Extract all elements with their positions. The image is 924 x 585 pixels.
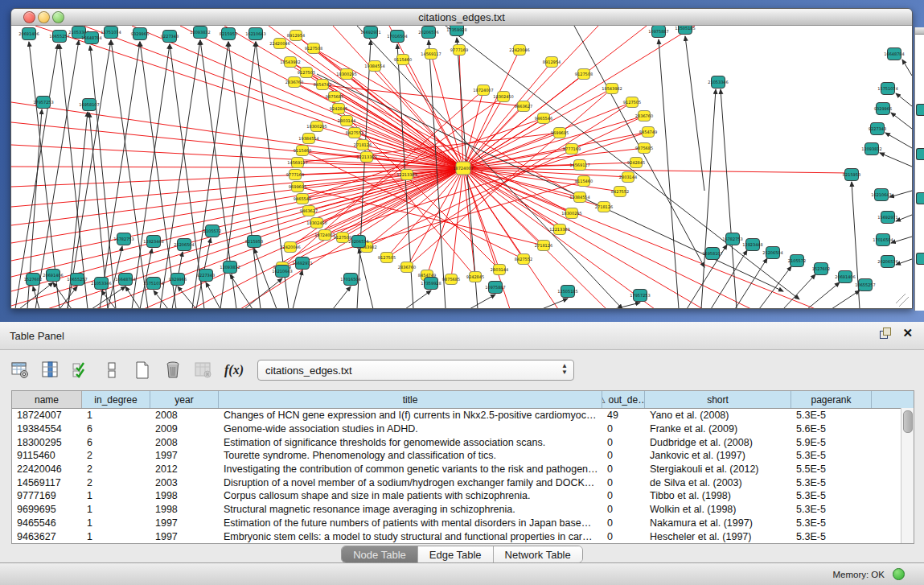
table-cell[interactable]: 5.9E-5 bbox=[791, 437, 872, 448]
table-cell[interactable]: 5.3E-5 bbox=[791, 410, 872, 421]
table-cell[interactable]: Estimation of significance thresholds fo… bbox=[219, 437, 602, 448]
network-canvas[interactable]: 2242004689129549127508185439829127505283… bbox=[11, 26, 912, 308]
table-cell[interactable]: Structural magnetic resonance image aver… bbox=[219, 504, 602, 515]
table-cell[interactable]: 5.3E-5 bbox=[791, 450, 872, 461]
table-cell[interactable]: Disruption of a novel member of a sodium… bbox=[219, 477, 602, 488]
table-cell[interactable]: 2003 bbox=[150, 477, 219, 488]
table-cell[interactable]: Investigating the contribution of common… bbox=[219, 463, 602, 475]
zoom-window-button[interactable] bbox=[52, 11, 64, 23]
table-body[interactable]: 1872400712008Changes of HCN gene express… bbox=[12, 409, 914, 543]
network-window-titlebar[interactable]: citations_edges.txt bbox=[11, 9, 912, 26]
table-cell[interactable]: 22420046 bbox=[12, 463, 82, 475]
table-cell[interactable]: Yano et al. (2008) bbox=[645, 410, 791, 421]
table-cell[interactable]: 2008 bbox=[150, 437, 219, 448]
table-cell[interactable]: Jankovic et al. (1997) bbox=[645, 450, 791, 461]
table-cell[interactable]: 1 bbox=[82, 504, 150, 515]
table-cell[interactable]: 49 bbox=[602, 410, 645, 421]
table-row[interactable]: 1872400712008Changes of HCN gene express… bbox=[12, 409, 914, 422]
table-cell[interactable]: Wolkin et al. (1998) bbox=[645, 504, 791, 515]
float-panel-icon[interactable] bbox=[880, 328, 891, 339]
table-row[interactable]: 1938455462009Genome-wide association stu… bbox=[12, 422, 914, 436]
table-cell[interactable]: 1 bbox=[82, 490, 150, 501]
table-row[interactable]: 1830029562008Estimation of significance … bbox=[12, 435, 914, 449]
table-cell[interactable]: 0 bbox=[602, 517, 645, 529]
table-cell[interactable]: 9777169 bbox=[12, 490, 82, 501]
table-cell[interactable]: 14569117 bbox=[12, 477, 82, 488]
table-cell[interactable]: 19384554 bbox=[12, 423, 82, 435]
table-cell[interactable]: 9463627 bbox=[12, 531, 82, 542]
table-cell[interactable]: de Silva et al. (2003) bbox=[645, 477, 791, 488]
table-cell[interactable]: 5.3E-5 bbox=[791, 531, 872, 542]
table-cell[interactable]: Tibbo et al. (1998) bbox=[645, 490, 791, 501]
close-window-button[interactable] bbox=[23, 11, 35, 23]
table-cell[interactable]: Estimation of the future numbers of pati… bbox=[219, 517, 602, 529]
table-cell[interactable]: 0 bbox=[602, 450, 645, 461]
table-cell[interactable]: 5.3E-5 bbox=[791, 477, 872, 488]
citation-network-graph[interactable]: 2242004689129549127508185439829127505283… bbox=[11, 26, 912, 309]
table-cell[interactable]: 5.6E-5 bbox=[791, 423, 872, 435]
table-cell[interactable]: 5.3E-5 bbox=[791, 517, 872, 529]
table-cell[interactable]: 6 bbox=[82, 423, 150, 435]
table-cell[interactable]: 0 bbox=[602, 504, 645, 515]
table-cell[interactable]: 5.5E-5 bbox=[791, 463, 872, 475]
table-cell[interactable]: 0 bbox=[602, 477, 645, 488]
table-cell[interactable]: 0 bbox=[602, 531, 645, 542]
function-builder-icon[interactable]: f(x) bbox=[224, 360, 244, 381]
table-cell[interactable]: Stergiakouli et al. (2012) bbox=[645, 463, 791, 475]
tab-network-table[interactable]: Network Table bbox=[494, 546, 582, 562]
table-cell[interactable]: 1 bbox=[82, 517, 150, 529]
table-cell[interactable]: Genome-wide association studies in ADHD. bbox=[219, 423, 602, 435]
column-header-out_de[interactable]: △out_de… bbox=[602, 391, 645, 408]
table-cell[interactable]: 0 bbox=[602, 437, 645, 448]
table-cell[interactable]: 1998 bbox=[150, 490, 219, 501]
table-cell[interactable]: 18724007 bbox=[12, 410, 82, 421]
new-table-icon[interactable] bbox=[132, 360, 153, 381]
column-header-name[interactable]: name bbox=[12, 391, 82, 408]
column-select-icon[interactable] bbox=[40, 360, 61, 381]
table-cell[interactable]: 2 bbox=[82, 463, 150, 475]
table-cell[interactable]: 5.3E-5 bbox=[791, 504, 872, 515]
delete-rows-icon[interactable] bbox=[162, 360, 183, 381]
table-cell[interactable]: 1 bbox=[82, 531, 150, 542]
column-header-title[interactable]: title bbox=[219, 391, 602, 408]
select-rows-icon[interactable] bbox=[71, 360, 92, 381]
table-cell[interactable]: 1998 bbox=[150, 504, 219, 515]
clear-selection-icon[interactable] bbox=[101, 360, 122, 381]
table-cell[interactable]: 2 bbox=[82, 477, 150, 488]
table-cell[interactable]: 9115460 bbox=[12, 450, 82, 461]
table-cell[interactable]: 9699695 bbox=[12, 504, 82, 515]
column-header-year[interactable]: year bbox=[150, 391, 219, 408]
table-cell[interactable]: 2008 bbox=[150, 410, 219, 421]
table-scrollbar-thumb[interactable] bbox=[903, 410, 913, 433]
table-cell[interactable]: 18300295 bbox=[12, 437, 82, 448]
table-row[interactable]: 1456911722003Disruption of a novel membe… bbox=[12, 476, 914, 489]
table-cell[interactable]: Corpus callosum shape and size in male p… bbox=[219, 490, 602, 501]
table-cell[interactable]: Hescheler et al. (1997) bbox=[645, 531, 791, 542]
table-row[interactable]: 977716911998Corpus callosum shape and si… bbox=[12, 489, 914, 503]
network-view-window[interactable]: citations_edges.txt 22420046891295491275… bbox=[10, 8, 913, 309]
node-table[interactable]: namein_degreeyeartitle△out_de…shortpager… bbox=[11, 390, 914, 544]
table-cell[interactable]: Franke et al. (2009) bbox=[645, 423, 791, 435]
tab-node-table[interactable]: Node Table bbox=[342, 546, 418, 562]
table-cell[interactable]: Nakamura et al. (1997) bbox=[645, 517, 791, 529]
table-settings-icon[interactable] bbox=[10, 360, 31, 381]
table-cell[interactable]: 5.3E-5 bbox=[791, 490, 872, 501]
table-row[interactable]: 969969511998Structural magnetic resonanc… bbox=[12, 503, 914, 517]
close-panel-icon[interactable]: ✕ bbox=[902, 328, 913, 339]
table-cell[interactable]: Changes of HCN gene expression and I(f) … bbox=[219, 410, 602, 421]
table-cell[interactable]: 1 bbox=[82, 410, 150, 421]
column-header-pagerank[interactable]: pagerank bbox=[791, 391, 872, 408]
table-cell[interactable]: 2012 bbox=[150, 463, 219, 475]
table-row[interactable]: 946554611997Estimation of the future num… bbox=[12, 517, 914, 530]
table-header-row[interactable]: namein_degreeyeartitle△out_de…shortpager… bbox=[12, 391, 914, 409]
table-cell[interactable]: 6 bbox=[82, 437, 150, 448]
table-cell[interactable]: 1997 bbox=[150, 517, 219, 529]
table-cell[interactable]: 1997 bbox=[150, 531, 219, 542]
tab-edge-table[interactable]: Edge Table bbox=[418, 546, 494, 562]
table-cell[interactable]: Dudbridge et al. (2008) bbox=[645, 437, 791, 448]
column-header-short[interactable]: short bbox=[645, 391, 791, 408]
table-row[interactable]: 911546021997Tourette syndrome. Phenomeno… bbox=[12, 449, 914, 463]
table-cell[interactable]: 0 bbox=[602, 423, 645, 435]
minimize-window-button[interactable] bbox=[38, 11, 50, 23]
table-cell[interactable]: 9465546 bbox=[12, 517, 82, 529]
